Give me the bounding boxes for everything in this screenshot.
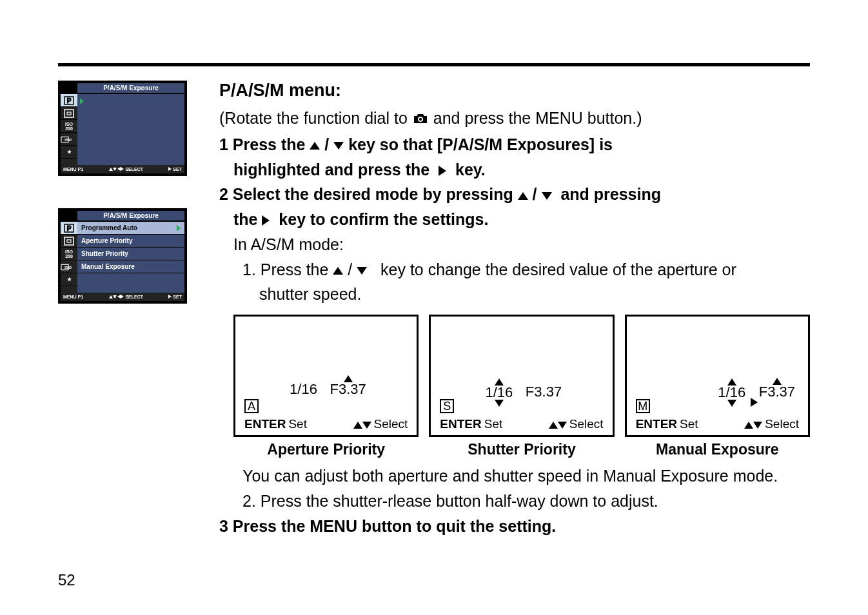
asm-intro: In A/S/M mode: <box>219 232 810 257</box>
step-2-cont: the key to confirm the settings. <box>219 207 810 232</box>
menu-footer-select: SELECT <box>109 167 144 171</box>
triangle-down-icon <box>333 142 344 150</box>
section-title: P/A/S/M menu: <box>219 81 810 101</box>
menu-icon-size: 2560 <box>61 260 77 273</box>
triangle-right-icon <box>262 215 270 226</box>
select-label: Select <box>549 417 604 431</box>
select-label: Select <box>353 417 408 431</box>
preview-shutter-priority: 1/16 F3.37 S ENTERSet Select <box>429 315 614 437</box>
select-label: Select <box>744 417 799 431</box>
caption-manual-exposure: Manual Exposure <box>625 441 810 458</box>
shutter-value: 1/16 <box>718 386 745 400</box>
menu-header: P/A/S/M Exposure <box>77 83 184 93</box>
menu-screenshot-expanded: P/A/S/M Exposure P ISO200 2560 ★ Program… <box>58 208 187 304</box>
menu-footer-menu: MENU P1 <box>63 167 83 171</box>
asm-sub-2: 2. Press the shutter-rlease button half-… <box>219 489 810 514</box>
aperture-value: F3.37 <box>759 385 795 399</box>
menu-icon-strip: P ISO200 2560 ★ <box>61 222 77 293</box>
svg-rect-2 <box>64 110 74 117</box>
menu-icon-quality: ★ <box>61 273 77 286</box>
enter-set-label: ENTERSet <box>636 417 698 431</box>
menu-item-manual-exposure: Manual Exposure <box>77 260 184 273</box>
caption-aperture-priority: Aperture Priority <box>233 441 419 458</box>
menu-header: P/A/S/M Exposure <box>77 211 184 220</box>
aperture-value: F3.37 <box>330 382 366 396</box>
page-number: 52 <box>58 571 75 589</box>
menu-content-area <box>77 94 184 165</box>
menu-item-shutter-priority: Shutter Priority <box>77 248 184 260</box>
preview-aperture-priority: 1/16 F3.37 A ENTERSet Select <box>233 315 419 437</box>
svg-point-11 <box>419 118 422 121</box>
menu-list: Programmed Auto Aperture Priority Shutte… <box>77 222 184 293</box>
triangle-right-icon <box>439 166 446 176</box>
triangle-down-icon <box>542 192 552 200</box>
menu-footer-select: SELECT <box>109 295 144 299</box>
preview-manual-exposure: 1/16 F3.37 M ENTERSet Select <box>625 315 810 437</box>
menu-item-programmed-auto: Programmed Auto <box>77 222 184 235</box>
menu-screenshot-collapsed: P/A/S/M Exposure P ISO200 2560 ★ MENU P1… <box>58 81 187 176</box>
enter-set-label: ENTERSet <box>244 417 307 431</box>
svg-rect-3 <box>67 112 71 115</box>
svg-rect-7 <box>64 237 74 245</box>
menu-icon-size: 2560 <box>61 133 77 146</box>
manual-note: You can adjust both aperture and shutter… <box>219 464 810 489</box>
step-2: 2 Select the desired mode by pressing / … <box>219 182 810 207</box>
triangle-up-icon <box>310 142 320 150</box>
menu-footer: MENU P1 SELECT SET <box>61 165 184 173</box>
menu-icon-square <box>61 235 77 248</box>
menu-footer-menu: MENU P1 <box>63 295 83 299</box>
menu-icon-strip: P ISO200 2560 ★ <box>61 94 77 165</box>
menu-footer-set: SET <box>168 167 182 171</box>
rotate-instruction: (Rotate the function dial to and press t… <box>219 106 810 132</box>
triangle-down-icon <box>357 267 367 275</box>
caption-shutter-priority: Shutter Priority <box>429 441 614 458</box>
svg-text:P: P <box>67 225 72 232</box>
step-1-cont: highlighted and press the key. <box>219 157 810 182</box>
svg-text:P: P <box>67 97 72 104</box>
svg-rect-8 <box>67 240 71 242</box>
chevron-right-icon <box>177 225 181 231</box>
enter-set-label: ENTERSet <box>440 417 502 431</box>
aperture-value: F3.37 <box>526 385 562 399</box>
horizontal-rule <box>58 63 810 66</box>
menu-icon-p: P <box>61 222 77 235</box>
triangle-up-icon <box>518 192 528 200</box>
triangle-up-icon <box>333 267 343 275</box>
asm-sub-1-cont: shutter speed. <box>219 282 810 307</box>
mode-indicator: M <box>636 399 650 413</box>
menu-icon-iso: ISO200 <box>61 120 77 133</box>
shutter-value: 1/16 <box>485 386 513 400</box>
menu-footer-set: SET <box>168 295 182 299</box>
mode-indicator: S <box>440 399 454 413</box>
step-1: 1 Press the / key so that [P/A/S/M Expos… <box>219 132 810 157</box>
step-3: 3 Press the MENU button to quit the sett… <box>219 514 810 539</box>
menu-icon-iso: ISO200 <box>61 248 77 260</box>
menu-item-aperture-priority: Aperture Priority <box>77 235 184 248</box>
menu-icon-quality: ★ <box>61 146 77 159</box>
mode-indicator: A <box>244 399 259 413</box>
shutter-value: 1/16 <box>290 382 317 396</box>
menu-icon-square <box>61 107 77 120</box>
asm-sub-1: 1. Press the / key to change the desired… <box>219 257 810 282</box>
menu-footer: MENU P1 SELECT SET <box>61 293 184 301</box>
camera-icon <box>412 107 429 132</box>
menu-icon-p: P <box>61 94 77 107</box>
chevron-right-icon <box>80 98 84 104</box>
